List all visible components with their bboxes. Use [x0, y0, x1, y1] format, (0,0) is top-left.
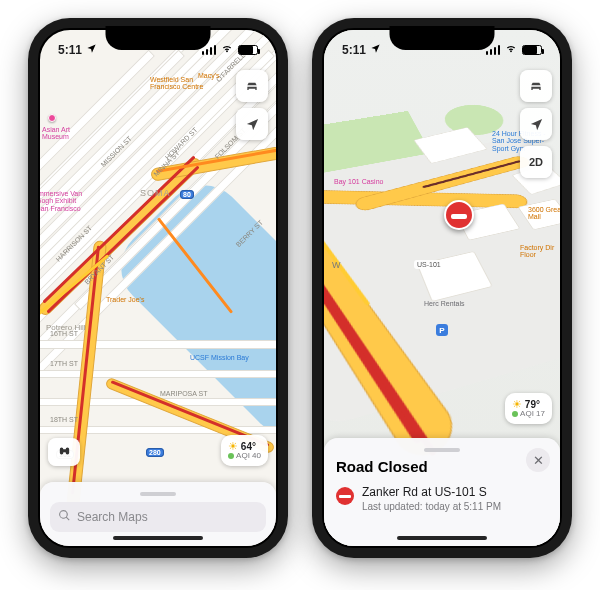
binoculars-icon — [56, 444, 73, 461]
street-label: MARIPOSA ST — [160, 390, 207, 397]
location-arrow-icon — [370, 43, 381, 57]
search-icon — [58, 509, 71, 525]
sheet-handle[interactable] — [140, 492, 176, 496]
poi-label: UCSF Mission Bay — [190, 354, 260, 361]
phone-right: 5:11 — [312, 18, 572, 558]
view-2d-button[interactable]: 2D — [520, 146, 552, 178]
screen: 5:11 — [322, 28, 562, 548]
search-placeholder: Search Maps — [77, 510, 148, 524]
screen: 5:11 — [38, 28, 278, 548]
poi-asian-art[interactable] — [48, 114, 56, 122]
notch — [106, 26, 211, 50]
home-indicator[interactable] — [113, 536, 203, 540]
map-3d[interactable]: Bay 101 Casino 24 Hour Fitness - San Jos… — [324, 30, 560, 546]
locate-me-button[interactable] — [236, 108, 268, 140]
weather-pill[interactable]: ☀︎ 79° AQI 17 — [505, 393, 552, 424]
map[interactable]: O'FARRELL ST MISSION ST HOWARD ST FOLSOM… — [40, 30, 276, 546]
poi-label: Asian Art Museum — [42, 126, 88, 141]
shield-i280: 280 — [146, 448, 164, 457]
street-label: 17TH ST — [50, 360, 78, 367]
road-closed-marker[interactable] — [444, 200, 474, 230]
sheet-title: Road Closed — [336, 458, 550, 475]
location-arrow-icon — [86, 43, 97, 57]
poi-label: Factory Dir Floor — [520, 244, 562, 259]
clock: 5:11 — [58, 43, 82, 57]
poi-label: Herc Rentals — [424, 300, 464, 307]
incident-row[interactable]: Zanker Rd at US-101 S Last updated: toda… — [334, 483, 550, 518]
compass-label: W — [332, 260, 341, 270]
wifi-icon — [220, 43, 234, 57]
incident-subtitle: Last updated: today at 5:11 PM — [362, 501, 501, 512]
street-label: 18TH ST — [50, 416, 78, 423]
wifi-icon — [504, 43, 518, 57]
shield-i80: 80 — [180, 190, 194, 199]
shield-us101: US-101 — [414, 260, 444, 269]
close-button[interactable]: ✕ — [526, 448, 550, 472]
poi-label: Macy's — [198, 72, 220, 79]
phone-left: 5:11 — [28, 18, 288, 558]
poi-label: 3600 Great Mall — [528, 206, 562, 221]
poi-label: Potrero Hill — [46, 324, 86, 332]
map-mode-button[interactable] — [520, 70, 552, 102]
poi-label: Immersive Van Gogh Exhibit San Francisco — [38, 190, 88, 212]
poi-label: Trader Joe's — [106, 296, 144, 303]
sheet-handle[interactable] — [424, 448, 460, 452]
weather-pill[interactable]: ☀︎ 64° AQI 40 — [221, 435, 268, 466]
notch — [390, 26, 495, 50]
no-entry-icon — [336, 487, 354, 505]
home-indicator[interactable] — [397, 536, 487, 540]
close-icon: ✕ — [533, 453, 544, 468]
parking-icon: P — [436, 324, 448, 336]
locate-me-button[interactable] — [520, 108, 552, 140]
incident-title: Zanker Rd at US-101 S — [362, 485, 501, 499]
poi-label: Bay 101 Casino — [334, 178, 383, 185]
look-around-button[interactable] — [48, 438, 80, 466]
search-field[interactable]: Search Maps — [50, 502, 266, 532]
map-mode-button[interactable] — [236, 70, 268, 102]
battery-icon — [238, 45, 258, 55]
clock: 5:11 — [342, 43, 366, 57]
battery-icon — [522, 45, 542, 55]
incident-sheet[interactable]: ✕ Road Closed Zanker Rd at US-101 S Last… — [324, 438, 560, 546]
